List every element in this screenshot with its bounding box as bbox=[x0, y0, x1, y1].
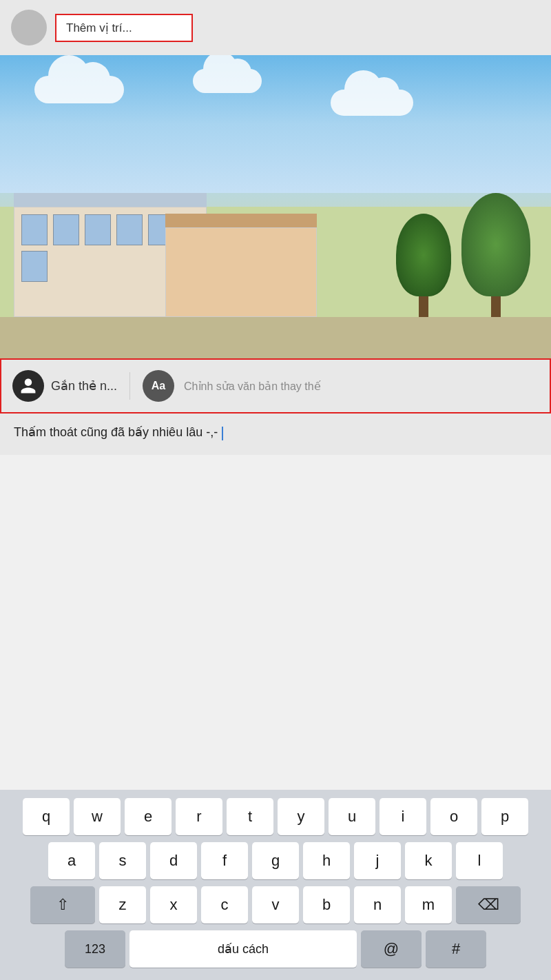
location-placeholder: Thêm vị trí... bbox=[66, 21, 132, 34]
aa-button[interactable]: Aa bbox=[143, 370, 174, 402]
space-key[interactable]: dấu cách bbox=[129, 930, 357, 968]
at-label: @ bbox=[384, 940, 399, 958]
key-z[interactable]: z bbox=[99, 886, 146, 923]
tag-people-button[interactable]: Gắn thẻ n... bbox=[12, 370, 117, 402]
keyboard-row-3: ⇧ z x c v b n m ⌫ bbox=[3, 886, 548, 923]
key-y[interactable]: y bbox=[278, 798, 324, 835]
pavement bbox=[0, 317, 551, 358]
tree-trunk bbox=[419, 296, 428, 317]
key-u[interactable]: u bbox=[329, 798, 375, 835]
space-label: dấu cách bbox=[218, 941, 269, 957]
window bbox=[116, 214, 143, 245]
key-p[interactable]: p bbox=[481, 798, 528, 835]
backspace-key[interactable]: ⌫ bbox=[456, 886, 521, 923]
key-h[interactable]: h bbox=[303, 842, 350, 879]
key-r[interactable]: r bbox=[176, 798, 222, 835]
numbers-label: 123 bbox=[85, 942, 105, 957]
hash-label: # bbox=[452, 940, 460, 958]
hash-key[interactable]: # bbox=[426, 930, 486, 968]
sky-background bbox=[0, 55, 551, 193]
key-n[interactable]: n bbox=[354, 886, 401, 923]
key-s[interactable]: s bbox=[99, 842, 146, 879]
building-left-roof bbox=[14, 193, 207, 207]
key-d[interactable]: d bbox=[150, 842, 197, 879]
key-m[interactable]: m bbox=[405, 886, 452, 923]
key-c[interactable]: c bbox=[201, 886, 248, 923]
cloud-3 bbox=[331, 90, 413, 116]
ground bbox=[0, 207, 551, 358]
avatar bbox=[11, 10, 47, 45]
key-e[interactable]: e bbox=[125, 798, 171, 835]
key-o[interactable]: o bbox=[430, 798, 477, 835]
tree-2 bbox=[461, 193, 530, 317]
caption-text: Thấm thoát cũng đã bấy nhiêu lâu -,‐ bbox=[14, 425, 218, 439]
building-center bbox=[165, 227, 317, 317]
key-b[interactable]: b bbox=[303, 886, 350, 923]
numbers-key[interactable]: 123 bbox=[65, 930, 125, 968]
tree-top bbox=[396, 214, 451, 296]
keyboard: q w e r t y u i o p a s d f g h j k l ⇧ … bbox=[0, 790, 551, 980]
key-x[interactable]: x bbox=[150, 886, 197, 923]
window bbox=[53, 214, 79, 245]
cloud-1 bbox=[34, 76, 124, 103]
key-t[interactable]: t bbox=[227, 798, 273, 835]
location-input[interactable]: Thêm vị trí... bbox=[55, 14, 193, 42]
toolbar: Gắn thẻ n... Aa Chỉnh sửa văn bản thay t… bbox=[0, 358, 551, 414]
keyboard-row-4: 123 dấu cách @ # bbox=[3, 930, 548, 968]
tree-1 bbox=[396, 214, 451, 317]
window bbox=[85, 214, 111, 245]
divider bbox=[129, 372, 130, 400]
window bbox=[21, 214, 48, 245]
tree-top bbox=[461, 193, 530, 296]
top-bar: Thêm vị trí... bbox=[0, 0, 551, 55]
trees bbox=[396, 193, 530, 317]
alt-text-label: Chỉnh sửa văn bản thay thế bbox=[184, 380, 539, 393]
key-g[interactable]: g bbox=[252, 842, 299, 879]
photo-area bbox=[0, 55, 551, 358]
key-f[interactable]: f bbox=[201, 842, 248, 879]
building-center-roof bbox=[165, 214, 317, 227]
key-q[interactable]: q bbox=[23, 798, 70, 835]
tree-trunk bbox=[491, 296, 501, 317]
key-k[interactable]: k bbox=[405, 842, 452, 879]
key-a[interactable]: a bbox=[48, 842, 95, 879]
tag-label: Gắn thẻ n... bbox=[51, 378, 117, 394]
person-icon bbox=[12, 370, 44, 402]
aa-label: Aa bbox=[152, 380, 165, 392]
key-j[interactable]: j bbox=[354, 842, 401, 879]
keyboard-row-1: q w e r t y u i o p bbox=[3, 798, 548, 835]
at-key[interactable]: @ bbox=[361, 930, 422, 968]
shift-key[interactable]: ⇧ bbox=[30, 886, 95, 923]
spacer bbox=[0, 455, 551, 668]
window bbox=[21, 251, 48, 282]
text-cursor bbox=[222, 427, 223, 440]
key-i[interactable]: i bbox=[380, 798, 426, 835]
keyboard-row-2: a s d f g h j k l bbox=[3, 842, 548, 879]
person-svg bbox=[19, 377, 37, 395]
key-v[interactable]: v bbox=[252, 886, 299, 923]
key-l[interactable]: l bbox=[456, 842, 503, 879]
cloud-2 bbox=[193, 69, 262, 93]
key-w[interactable]: w bbox=[74, 798, 121, 835]
caption-area[interactable]: Thấm thoát cũng đã bấy nhiêu lâu -,‐ bbox=[0, 414, 551, 455]
